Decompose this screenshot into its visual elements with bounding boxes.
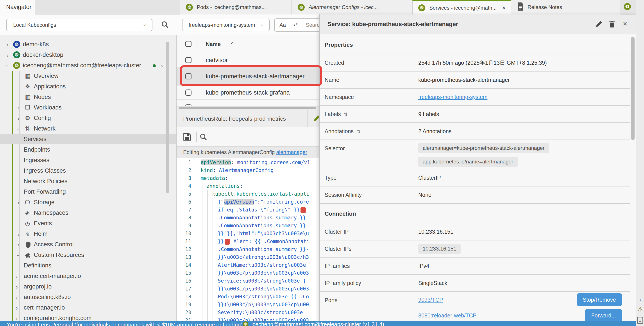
row-value: 9 Labels: [418, 106, 628, 122]
sidebar-item-workloads[interactable]: ›❒Workloads: [0, 102, 176, 113]
close-tab-icon[interactable]: ×: [502, 4, 506, 12]
edit-pencil-icon[interactable]: [595, 20, 603, 29]
chevron-down-icon[interactable]: ›: [13, 128, 24, 130]
sidebar-item-ingress-classes[interactable]: Ingress Classes: [0, 166, 176, 176]
kubeconfig-select[interactable]: Local Kubeconfigs ›: [6, 19, 152, 31]
namespace-link[interactable]: freeleaps-monitoring-system: [418, 94, 488, 100]
sidebar-item-autoscaling-k8s-io[interactable]: ›autoscaling.k8s.io: [0, 292, 176, 302]
chevron-right-icon[interactable]: ›: [18, 239, 20, 250]
active-cluster-status[interactable]: icecheng@mathmast.com@freeleaps-cluster …: [251, 321, 384, 326]
chevron-right-icon[interactable]: ›: [16, 302, 18, 314]
chevron-right-icon[interactable]: ›: [16, 292, 18, 303]
drawer-row-cluster-ip: Cluster IP10.233.16.151: [320, 223, 630, 240]
sidebar-item-custom-resources[interactable]: ›Custom Resources: [0, 250, 176, 260]
namespace-select[interactable]: freeleaps-monitoring-system ›: [182, 19, 270, 31]
warning-icon[interactable]: ⚠: [636, 306, 644, 312]
sidebar-item-label: Overview: [34, 71, 58, 81]
delete-trash-icon[interactable]: [608, 20, 616, 29]
drawer-scrollbar[interactable]: [631, 37, 634, 140]
sidebar-item-config[interactable]: ›⚙Config: [0, 113, 176, 123]
select-all-checkbox[interactable]: [185, 41, 192, 47]
line-number: 10: [176, 230, 191, 237]
banner-resource-link[interactable]: alertmanager: [276, 149, 307, 155]
tab-alertmanager-configs-icec-[interactable]: ☸Alertmanager Configs - icec...: [292, 0, 412, 14]
save-icon[interactable]: [183, 132, 192, 142]
sidebar-item-storage[interactable]: ›⛁Storage: [0, 197, 176, 208]
sidebar-item-applications[interactable]: ❖Applications: [0, 81, 176, 92]
tab-pods-icecheng-mathmas-[interactable]: ☸Pods - icecheng@mathmas...: [180, 0, 292, 14]
tab-label: Release Notes: [528, 4, 562, 10]
sidebar-item-icecheng-mathmast-com-freeleaps-cluster[interactable]: ›☸icecheng@mathmast.com@freeleaps-cluste…: [0, 60, 176, 71]
sidebar-item-network-policies[interactable]: Network Policies: [0, 176, 176, 186]
chevron-right-icon[interactable]: ›: [18, 228, 20, 240]
sidebar-item-endpoints[interactable]: Endpoints: [0, 144, 176, 155]
code-token: annotations: [206, 183, 240, 189]
chevron-right-icon[interactable]: ›: [161, 60, 163, 72]
sidebar-item-label: Custom Resources: [34, 250, 84, 260]
sort-ascending-icon[interactable]: ^: [231, 35, 234, 53]
expand-toggle-icon[interactable]: ⇅: [357, 129, 360, 134]
row-label: Created: [325, 54, 344, 71]
row-checkbox[interactable]: [185, 57, 192, 63]
chevron-right-icon[interactable]: ›: [18, 113, 20, 124]
chevron-right-icon[interactable]: ›: [16, 281, 18, 293]
tab-release-notes[interactable]: Release Notes: [511, 0, 621, 14]
sidebar-item-argoproj-io[interactable]: ›argoproj.io: [0, 281, 176, 292]
sidebar-item-services[interactable]: Services: [0, 134, 176, 144]
code-token: Pod:\u003c/strong\u003e {{ .Co: [218, 294, 309, 300]
row-checkbox[interactable]: [185, 90, 192, 96]
row-label: Type: [325, 169, 336, 186]
sidebar-item-overview[interactable]: ▦Overview: [0, 71, 176, 81]
editor-search-icon[interactable]: [200, 133, 207, 142]
port-link[interactable]: 9093/TCP: [418, 292, 443, 308]
sidebar-item-port-forwarding[interactable]: Port Forwarding: [0, 186, 176, 197]
scrollbar-thumb[interactable]: [179, 107, 316, 109]
regex-toggle[interactable]: ▪*: [294, 19, 298, 31]
code-token: kind: [201, 168, 213, 173]
chevron-right-icon[interactable]: ›: [18, 197, 20, 208]
line-number: 14: [176, 261, 191, 269]
chevron-right-icon[interactable]: ›: [6, 39, 8, 50]
chevron-down-icon[interactable]: ›: [2, 65, 13, 67]
sidebar-item-ingresses[interactable]: Ingresses: [0, 155, 176, 166]
code-token: Service:\u003c/strong\u003e {: [218, 278, 306, 284]
sidebar-item-network[interactable]: ›⇅Network: [0, 123, 176, 134]
sidebar-item-definitions[interactable]: Definitions: [0, 260, 176, 271]
name-column-header[interactable]: Name: [206, 35, 221, 53]
sidebar-item-label: autoscaling.k8s.io: [24, 292, 71, 302]
sidebar-item-cert-manager-io[interactable]: ›cert-manager.io: [0, 302, 176, 313]
chevron-right-icon[interactable]: ›: [16, 271, 18, 282]
sidebar-scrollbar[interactable]: [166, 42, 169, 193]
stop-remove-button[interactable]: Stop/Remove: [577, 293, 622, 306]
sidebar-item-nodes[interactable]: ▥Nodes: [0, 92, 176, 102]
close-icon[interactable]: ×: [623, 20, 627, 28]
events-icon: ◷: [25, 218, 30, 228]
sidebar-item-access-control[interactable]: ›Access Control: [0, 239, 176, 250]
chevron-down-icon[interactable]: ›: [13, 254, 24, 256]
forward-button[interactable]: Forward...: [585, 309, 622, 322]
sidebar-item-helm[interactable]: ›⎈Helm: [0, 228, 176, 239]
match-case-toggle[interactable]: Aa: [280, 19, 286, 31]
code-token: }}: [218, 238, 224, 244]
code-token: apiVersion: [224, 199, 254, 205]
sidebar-item-demo-k8s[interactable]: ›☸demo-k8s: [0, 39, 176, 50]
catalog-k8s-icon[interactable]: ☸: [624, 3, 631, 10]
chevron-right-icon[interactable]: ›: [18, 102, 20, 114]
collapse-panel-icon[interactable]: ‹: [636, 296, 644, 303]
sidebar-item-acme-cert-manager-io[interactable]: ›acme.cert-manager.io: [0, 271, 176, 281]
storage-icon: ⛁: [25, 197, 30, 208]
row-checkbox[interactable]: [185, 104, 192, 106]
line-number: 19: [176, 300, 191, 308]
sidebar-item-namespaces[interactable]: ◈Namespaces: [0, 208, 176, 218]
tab-services-icecheng-math-[interactable]: ☸Services - icecheng@math...×: [412, 0, 511, 14]
workloads-icon: ❒: [25, 102, 30, 113]
sidebar-item-events[interactable]: ◷Events: [0, 218, 176, 228]
sidebar-item-docker-desktop[interactable]: ›☸docker-desktop: [0, 50, 176, 60]
chevron-right-icon[interactable]: ›: [6, 50, 8, 61]
tab-label: Pods - icecheng@mathmas...: [197, 4, 266, 10]
row-value: kube-prometheus-stack-alertmanager: [418, 72, 628, 88]
terminal-icon[interactable]: [637, 317, 643, 324]
sidebar-search-icon[interactable]: [161, 20, 169, 30]
expand-toggle-icon[interactable]: ⇅: [344, 112, 348, 117]
sidebar-item-label: Port Forwarding: [24, 186, 66, 197]
